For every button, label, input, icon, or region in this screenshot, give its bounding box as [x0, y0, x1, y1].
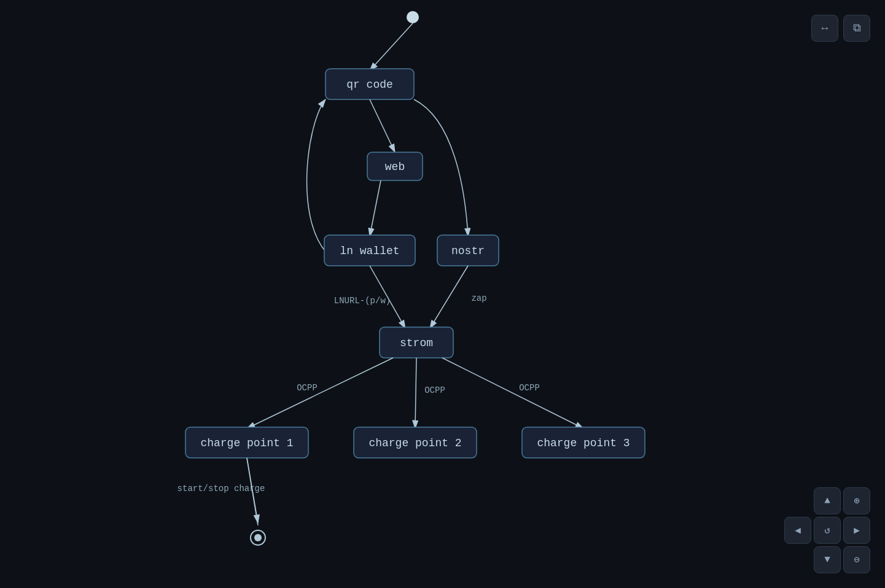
- node-web-label: web: [385, 161, 405, 173]
- node-cp2-label: charge point 2: [368, 437, 461, 449]
- empty-cell-1: [784, 487, 811, 514]
- copy-button[interactable]: ⧉: [843, 15, 870, 42]
- edge-nostr-strom-label: zap: [471, 293, 486, 303]
- diagram-svg: qr code web ln wallet nostr LNURL-(p/w) …: [0, 0, 885, 588]
- zoom-out-button[interactable]: ⊖: [843, 546, 870, 573]
- nav-controls: ▲ ⊕ ◀ ↺ ▶ ▼ ⊖: [784, 487, 870, 573]
- node-cp3-label: charge point 3: [537, 437, 630, 449]
- zoom-in-icon: ⊕: [854, 495, 860, 507]
- expand-button[interactable]: ↔: [811, 15, 838, 42]
- copy-icon: ⧉: [853, 22, 861, 34]
- nav-down-button[interactable]: ▼: [814, 546, 841, 573]
- edge-strom-cp2-label: OCPP: [424, 385, 445, 395]
- edge-lnwallet-qrcode: [307, 99, 326, 252]
- node-strom-label: strom: [400, 337, 433, 349]
- toolbar: ↔ ⧉: [811, 15, 870, 42]
- edge-qrcode-web: [370, 99, 395, 152]
- edge-strom-cp1-label: OCPP: [297, 383, 318, 393]
- up-icon: ▲: [824, 495, 830, 506]
- nav-up-button[interactable]: ▲: [814, 487, 841, 514]
- expand-icon: ↔: [822, 22, 828, 34]
- right-icon: ▶: [854, 524, 860, 536]
- edge-strom-cp3: [442, 358, 583, 428]
- nav-right-button[interactable]: ▶: [843, 517, 870, 544]
- node-lnwallet-label: ln wallet: [340, 245, 399, 257]
- end-node-inner: [254, 534, 262, 541]
- start-node: [407, 11, 419, 23]
- edge-strom-cp3-label: OCPP: [519, 383, 540, 393]
- down-icon: ▼: [824, 554, 830, 565]
- edge-lnwallet-strom-label: LNURL-(p/w): [334, 296, 391, 306]
- edge-strom-cp2: [415, 358, 416, 428]
- empty-cell-2: [784, 546, 811, 573]
- nav-reset-button[interactable]: ↺: [814, 517, 841, 544]
- node-nostr-label: nostr: [451, 245, 485, 257]
- nav-left-button[interactable]: ◀: [784, 517, 811, 544]
- zoom-out-icon: ⊖: [854, 554, 860, 566]
- reset-icon: ↺: [824, 524, 830, 536]
- node-qrcode-label: qr code: [346, 79, 393, 91]
- edge-strom-cp1: [247, 358, 393, 428]
- left-icon: ◀: [795, 524, 801, 536]
- zoom-in-button[interactable]: ⊕: [843, 487, 870, 514]
- node-cp1-label: charge point 1: [200, 437, 293, 449]
- edge-nostr-strom: [430, 266, 468, 328]
- edge-web-lnwallet: [370, 180, 381, 236]
- edge-start-qrcode: [370, 23, 413, 71]
